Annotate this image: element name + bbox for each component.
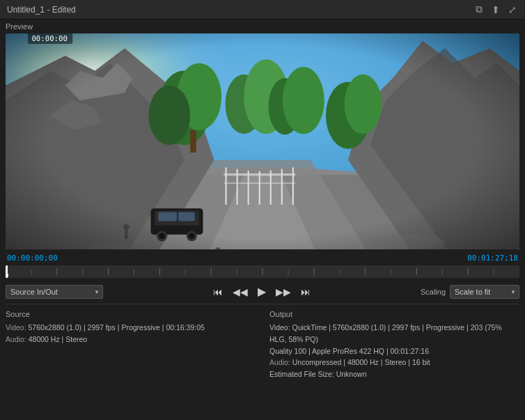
source-panel: Source Video: 5760x2880 (1.0) | 2997 fps… (6, 310, 256, 380)
project-name: Untitled_1 (7, 5, 45, 15)
source-video-info: Video: 5760x2880 (1.0) | 2997 fps | Prog… (6, 322, 256, 334)
preview-label: Preview (0, 20, 525, 33)
controls-bar: Source In/Out Entire Source Custom ⏮ ◀◀ … (0, 279, 525, 304)
scaling-label: Scaling (421, 288, 446, 296)
play-button[interactable]: ▶ (254, 283, 269, 300)
title-bar-controls: ⧉ ⬆ ⤢ (473, 4, 518, 15)
expand-icon[interactable]: ⤢ (507, 4, 518, 15)
window-title: Untitled_1 - Edited (7, 5, 76, 15)
timecode-end: 00:01:27;18 (467, 254, 518, 263)
video-frame: 00:00:00 (6, 33, 519, 249)
output-video-info-2: Quality 100 | Apple ProRes 422 HQ | 00:0… (269, 345, 519, 357)
output-filesize-value: Estimated File Size: Unknown (269, 370, 366, 378)
source-panel-title: Source (6, 310, 256, 318)
timeline-track (6, 265, 519, 278)
source-audio-info: Audio: 48000 Hz | Stereo (6, 334, 256, 345)
range-select-wrapper[interactable]: Source In/Out Entire Source Custom (6, 285, 103, 299)
timecode-start: 00:00:00;00 (7, 254, 58, 263)
title-separator: - (47, 5, 52, 15)
scaling-area: Scaling Scale to fit Fill Stretch Origin… (421, 285, 519, 299)
timeline-ticks-svg (6, 265, 519, 278)
svg-rect-45 (6, 33, 519, 249)
restore-icon[interactable]: ⧉ (473, 4, 485, 15)
output-video-info-1: Video: QuickTime | 5760x2880 (1.0) | 299… (269, 322, 519, 345)
scaling-select[interactable]: Scale to fit Fill Stretch Original (450, 285, 519, 299)
export-icon[interactable]: ⬆ (490, 4, 501, 15)
source-video-value: 5760x2880 (1.0) | 2997 fps | Progressive… (29, 323, 205, 332)
range-select[interactable]: Source In/Out Entire Source Custom (6, 285, 103, 299)
video-preview: 00:00:00 (6, 33, 519, 249)
step-back-button[interactable]: ◀◀ (229, 285, 251, 299)
output-audio-value: Uncompressed | 48000 Hz | Stereo | 16 bi… (292, 358, 430, 366)
goto-end-button[interactable]: ⏭ (297, 285, 314, 299)
timecode-bar: 00:00:00;00 00:01:27;18 (6, 252, 519, 264)
output-filesize-info: Estimated File Size: Unknown (269, 368, 519, 380)
scaling-select-wrapper[interactable]: Scale to fit Fill Stretch Original (450, 285, 519, 299)
output-panel-title: Output (269, 310, 519, 318)
output-panel: Output Video: QuickTime | 5760x2880 (1.0… (269, 310, 519, 380)
source-audio-value: 48000 Hz | Stereo (29, 335, 87, 343)
output-video-value-2: Quality 100 | Apple ProRes 422 HQ | 00:0… (269, 347, 429, 355)
goto-start-button[interactable]: ⏮ (210, 285, 226, 299)
output-audio-info: Audio: Uncompressed | 48000 Hz | Stereo … (269, 357, 519, 368)
step-forward-button[interactable]: ▶▶ (272, 285, 295, 299)
transport-controls: ⏮ ◀◀ ▶ ▶▶ ⏭ (107, 283, 416, 300)
edit-status: Edited (52, 5, 76, 15)
timeline-scrubber[interactable] (6, 265, 519, 278)
title-bar: Untitled_1 - Edited ⧉ ⬆ ⤢ (0, 0, 525, 20)
info-panels: Source Video: 5760x2880 (1.0) | 2997 fps… (0, 304, 525, 386)
output-video-value-1: Video: QuickTime | 5760x2880 (1.0) | 299… (269, 323, 502, 343)
svg-text:00:00:00: 00:00:00 (31, 34, 67, 43)
